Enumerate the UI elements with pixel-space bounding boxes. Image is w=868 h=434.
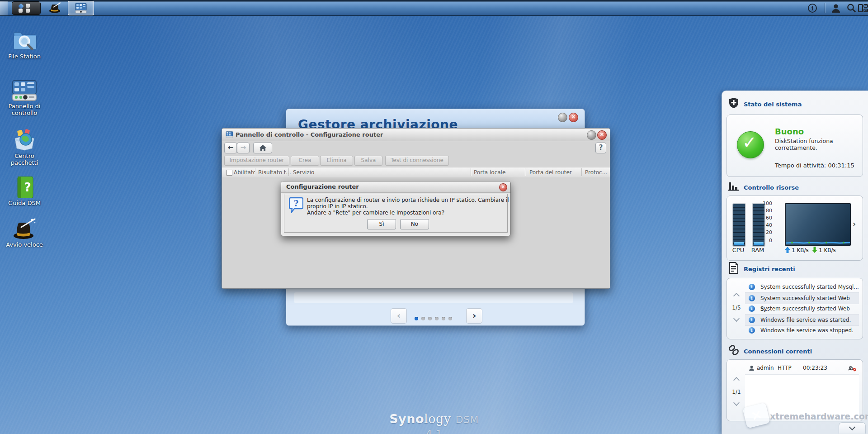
widget-title-connections[interactable]: Connessioni correnti bbox=[744, 348, 812, 355]
svg-text:i: i bbox=[811, 5, 814, 12]
logs-scroll-up-icon[interactable] bbox=[733, 293, 740, 299]
taskbar: i bbox=[0, 0, 868, 16]
desktop-icon-dsm-help[interactable]: ? Guida DSM bbox=[3, 176, 46, 206]
pilot-view-icon[interactable] bbox=[858, 3, 868, 13]
log-row[interactable]: i Windows file service was started. bbox=[745, 314, 859, 326]
log-row[interactable]: i System successfully started Web S... bbox=[745, 303, 859, 314]
control-panel-icon bbox=[12, 80, 37, 101]
user-menu-icon[interactable] bbox=[831, 3, 841, 13]
desktop-icon-file-station[interactable]: File Station bbox=[3, 28, 46, 60]
svg-text:?: ? bbox=[24, 181, 31, 194]
show-desktop-button[interactable] bbox=[0, 1, 8, 15]
minimize-button[interactable] bbox=[558, 113, 567, 122]
uptime-text: Tempo di attività: 00:31:15 bbox=[775, 162, 854, 169]
desktop-icon-quick-start[interactable]: Avvio veloce bbox=[3, 217, 46, 248]
column-header[interactable]: Porta del router bbox=[529, 169, 572, 176]
close-icon[interactable]: × bbox=[499, 183, 507, 191]
quick-start-taskbar-button[interactable] bbox=[46, 1, 64, 14]
shield-icon bbox=[728, 97, 739, 109]
desktop-icon-control-panel[interactable]: Pannello di controllo bbox=[3, 80, 46, 116]
close-icon[interactable]: × bbox=[569, 113, 578, 122]
page-dot[interactable] bbox=[435, 317, 439, 320]
logs-pager: 1/5 bbox=[731, 305, 742, 311]
main-menu-button[interactable] bbox=[12, 1, 41, 15]
link-icon bbox=[728, 344, 740, 356]
column-header[interactable]: Protoc... bbox=[585, 169, 607, 176]
nav-forward-button[interactable]: → bbox=[237, 143, 250, 153]
toolbar-save-button[interactable]: Salva bbox=[354, 156, 382, 166]
log-row[interactable]: i System successfully started Web S... bbox=[745, 292, 859, 304]
connection-row[interactable]: admin HTTP 00:23:23 bbox=[745, 363, 859, 373]
info-icon: i bbox=[749, 284, 755, 290]
widget-title-system-status[interactable]: Stato del sistema bbox=[744, 101, 802, 108]
page-dot[interactable] bbox=[442, 317, 445, 320]
desktop-icon-package-center[interactable]: Centro pacchetti bbox=[3, 129, 46, 166]
select-all-checkbox[interactable] bbox=[226, 170, 232, 176]
column-header[interactable]: Porta locale bbox=[474, 169, 505, 176]
close-icon[interactable]: × bbox=[597, 130, 607, 140]
svg-text:?: ? bbox=[294, 199, 299, 208]
upload-arrow-icon bbox=[785, 247, 790, 253]
info-icon: i bbox=[749, 327, 755, 334]
dialog-message-line: Andare a "Rete" per cambiare le impostaz… bbox=[307, 210, 511, 216]
logs-scroll-down-icon[interactable] bbox=[733, 315, 740, 322]
upload-rate: 1 KB/s bbox=[792, 247, 809, 253]
system-info-icon[interactable]: i bbox=[807, 3, 817, 13]
page-dot[interactable] bbox=[415, 317, 418, 320]
info-icon: i bbox=[749, 317, 755, 323]
help-button[interactable]: ? bbox=[595, 143, 606, 153]
yes-button[interactable]: Sì bbox=[367, 219, 396, 229]
disconnect-icon[interactable] bbox=[848, 365, 856, 372]
log-document-icon bbox=[728, 262, 739, 274]
axis-tick: 100 bbox=[761, 200, 772, 206]
column-header[interactable]: Risultato t... bbox=[258, 169, 291, 176]
question-icon: ? bbox=[289, 197, 303, 213]
column-header[interactable]: Abilitato bbox=[234, 169, 256, 176]
minimize-button[interactable] bbox=[587, 130, 596, 140]
no-button[interactable]: No bbox=[400, 219, 429, 229]
desktop-icon-label: Pannello di controllo bbox=[3, 103, 46, 116]
log-text: Windows file service was stopped. bbox=[760, 325, 854, 336]
toolbar-delete-button[interactable]: Elimina bbox=[320, 156, 353, 166]
dialog-router-configuration[interactable]: Configurazione router × ? La configurazi… bbox=[281, 181, 511, 236]
widget-title-resource-monitor[interactable]: Controllo risorse bbox=[744, 184, 799, 191]
watermark-text: xtremehardware.com bbox=[770, 411, 868, 421]
connections-scroll-down-icon[interactable] bbox=[733, 400, 740, 406]
toolbar-create-button[interactable]: Crea bbox=[291, 156, 319, 166]
chevron-down-icon bbox=[849, 424, 855, 430]
dialog-message-line: La configurazione di router e invio port… bbox=[307, 197, 511, 210]
page-prev-button[interactable]: ‹ bbox=[391, 308, 407, 324]
page-dots[interactable] bbox=[413, 314, 462, 322]
resource-detail-chevron[interactable]: › bbox=[853, 219, 856, 229]
nav-back-button[interactable]: ← bbox=[224, 143, 237, 153]
connections-scroll-up-icon[interactable] bbox=[733, 377, 740, 383]
log-row[interactable]: i Windows file service was stopped. bbox=[745, 325, 859, 336]
resource-chart-icon bbox=[728, 181, 740, 191]
system-status-box: ✓ Buono DiskStation funziona correttamen… bbox=[726, 114, 863, 177]
column-header[interactable]: Servizio bbox=[293, 169, 314, 176]
package-center-icon bbox=[12, 129, 37, 151]
widget-title-recent-logs[interactable]: Registri recenti bbox=[744, 266, 795, 272]
connections-pager: 1/1 bbox=[731, 389, 742, 395]
axis-tick: 80 bbox=[761, 208, 772, 214]
file-station-icon bbox=[12, 28, 37, 52]
taskbar-divider bbox=[825, 3, 825, 13]
page-dot[interactable] bbox=[421, 317, 425, 320]
toolbar-connection-test-button[interactable]: Test di connessione bbox=[385, 156, 449, 166]
taskbar-task-control-panel[interactable] bbox=[68, 1, 94, 15]
log-row[interactable]: i System successfully started Mysql... bbox=[745, 281, 859, 292]
download-arrow-icon bbox=[812, 247, 817, 253]
widgets-collapse-button[interactable] bbox=[839, 422, 866, 434]
synology-logo: SynologyDSM 4.1 bbox=[380, 412, 488, 434]
page-next-button[interactable]: › bbox=[466, 308, 482, 324]
logo-brand-tail: logy bbox=[424, 412, 451, 426]
connection-protocol: HTTP bbox=[778, 365, 792, 371]
axis-tick: 40 bbox=[761, 222, 772, 228]
widgets-panel: Stato del sistema ✓ Buono DiskStation fu… bbox=[722, 91, 868, 434]
page-dot[interactable] bbox=[428, 317, 432, 320]
page-dot[interactable] bbox=[448, 317, 452, 320]
nav-home-button[interactable] bbox=[253, 143, 272, 153]
search-icon[interactable] bbox=[846, 3, 856, 13]
front-window-titlebar: Pannello di controllo - Configurazione r… bbox=[222, 129, 610, 141]
toolbar-router-setup-button[interactable]: Impostazione router bbox=[224, 156, 289, 166]
